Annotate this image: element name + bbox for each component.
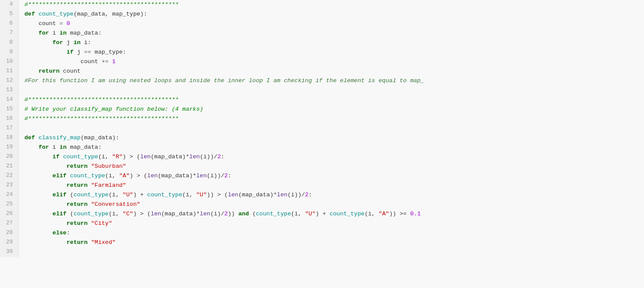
line-content: if j == map_type: bbox=[18, 48, 644, 57]
table-row: 13 bbox=[0, 86, 644, 95]
table-row: 16#*************************************… bbox=[0, 114, 644, 124]
line-content: count = 0 bbox=[18, 19, 644, 29]
table-row: 23 return "Farmland" bbox=[0, 181, 644, 190]
line-number: 28 bbox=[0, 228, 18, 238]
line-number: 4 bbox=[0, 0, 18, 10]
line-number: 17 bbox=[0, 124, 18, 133]
line-number: 14 bbox=[0, 95, 18, 105]
table-row: 12#For this function I am using nested l… bbox=[0, 76, 644, 86]
table-row: 26 elif (count_type(i, "C") > (len(map_d… bbox=[0, 209, 644, 219]
line-number: 29 bbox=[0, 238, 18, 247]
line-content: #***************************************… bbox=[18, 0, 644, 10]
line-number: 24 bbox=[0, 190, 18, 200]
line-content: elif (count_type(i, "C") > (len(map_data… bbox=[18, 209, 644, 219]
line-number: 23 bbox=[0, 181, 18, 190]
line-number: 30 bbox=[0, 247, 18, 257]
table-row: 27 return "City" bbox=[0, 219, 644, 228]
code-editor: 4#**************************************… bbox=[0, 0, 644, 288]
line-content: elif (count_type(i, "U") + count_type(i,… bbox=[18, 190, 644, 200]
line-number: 18 bbox=[0, 133, 18, 143]
line-number: 16 bbox=[0, 114, 18, 124]
table-row: 30 bbox=[0, 247, 644, 257]
line-content: return "Mixed" bbox=[18, 238, 644, 247]
line-number: 5 bbox=[0, 10, 18, 19]
line-content: count += 1 bbox=[18, 57, 644, 67]
table-row: 5def count_type(map_data, map_type): bbox=[0, 10, 644, 19]
line-content: for i in map_data: bbox=[18, 29, 644, 38]
line-content: def classify_map(map_data): bbox=[18, 133, 644, 143]
line-content: return "Farmland" bbox=[18, 181, 644, 190]
table-row: 14#*************************************… bbox=[0, 95, 644, 105]
line-content: for i in map_data: bbox=[18, 143, 644, 152]
line-content: #For this function I am using nested loo… bbox=[18, 76, 644, 86]
line-content: def count_type(map_data, map_type): bbox=[18, 10, 644, 19]
line-number: 19 bbox=[0, 143, 18, 152]
line-number: 9 bbox=[0, 48, 18, 57]
table-row: 17 bbox=[0, 124, 644, 133]
table-row: 29 return "Mixed" bbox=[0, 238, 644, 247]
table-row: 18def classify_map(map_data): bbox=[0, 133, 644, 143]
line-number: 20 bbox=[0, 152, 18, 162]
table-row: 15# Write your classify_map function bel… bbox=[0, 105, 644, 114]
line-number: 22 bbox=[0, 171, 18, 181]
line-number: 26 bbox=[0, 209, 18, 219]
line-number: 15 bbox=[0, 105, 18, 114]
line-number: 7 bbox=[0, 29, 18, 38]
line-number: 27 bbox=[0, 219, 18, 228]
line-content bbox=[18, 124, 644, 133]
line-content: #***************************************… bbox=[18, 114, 644, 124]
line-number: 25 bbox=[0, 200, 18, 209]
table-row: 6 count = 0 bbox=[0, 19, 644, 29]
table-row: 24 elif (count_type(i, "U") + count_type… bbox=[0, 190, 644, 200]
line-content: #***************************************… bbox=[18, 95, 644, 105]
line-content: elif count_type(i, "A") > (len(map_data)… bbox=[18, 171, 644, 181]
line-content: for j in i: bbox=[18, 38, 644, 48]
line-number: 10 bbox=[0, 57, 18, 67]
table-row: 28 else: bbox=[0, 228, 644, 238]
table-row: 21 return "Suburban" bbox=[0, 162, 644, 171]
line-content: # Write your classify_map function below… bbox=[18, 105, 644, 114]
code-table: 4#**************************************… bbox=[0, 0, 644, 257]
line-number: 11 bbox=[0, 67, 18, 76]
line-content: return "Suburban" bbox=[18, 162, 644, 171]
table-row: 19 for i in map_data: bbox=[0, 143, 644, 152]
table-row: 22 elif count_type(i, "A") > (len(map_da… bbox=[0, 171, 644, 181]
line-content bbox=[18, 247, 644, 257]
table-row: 7 for i in map_data: bbox=[0, 29, 644, 38]
line-number: 8 bbox=[0, 38, 18, 48]
line-number: 12 bbox=[0, 76, 18, 86]
line-number: 13 bbox=[0, 86, 18, 95]
table-row: 20 if count_type(i, "R") > (len(map_data… bbox=[0, 152, 644, 162]
line-number: 21 bbox=[0, 162, 18, 171]
table-row: 4#**************************************… bbox=[0, 0, 644, 10]
line-content bbox=[18, 86, 644, 95]
line-number: 6 bbox=[0, 19, 18, 29]
table-row: 9 if j == map_type: bbox=[0, 48, 644, 57]
table-row: 25 return "Conversation" bbox=[0, 200, 644, 209]
line-content: else: bbox=[18, 228, 644, 238]
table-row: 11 return count bbox=[0, 67, 644, 76]
table-row: 10 count += 1 bbox=[0, 57, 644, 67]
line-content: return "City" bbox=[18, 219, 644, 228]
line-content: return count bbox=[18, 67, 644, 76]
line-content: if count_type(i, "R") > (len(map_data)*l… bbox=[18, 152, 644, 162]
line-content: return "Conversation" bbox=[18, 200, 644, 209]
table-row: 8 for j in i: bbox=[0, 38, 644, 48]
